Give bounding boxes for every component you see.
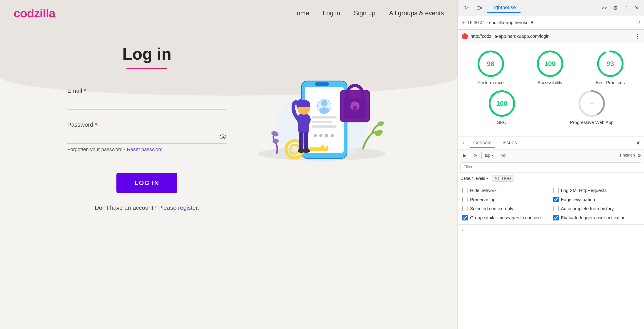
devtools-urlbar: + 🛡 <box>458 16 644 30</box>
title-underline <box>126 68 167 69</box>
svg-rect-6 <box>315 82 329 86</box>
email-input[interactable] <box>67 97 226 110</box>
svg-rect-37 <box>477 7 480 9</box>
devtools-more-options-icon[interactable]: ⋮ <box>622 4 630 13</box>
svg-point-33 <box>374 129 384 137</box>
tab-lighthouse[interactable]: Lighthouse <box>487 3 520 13</box>
pwa-label: Progressive Web App <box>570 120 614 125</box>
svg-point-32 <box>303 149 310 153</box>
setting-preserve-log: Preserve log <box>462 197 549 202</box>
nav-links: Home Log in Sign up All groups & events <box>292 10 444 17</box>
run-script-icon[interactable]: ▶ <box>460 151 469 159</box>
eager-eval-checkbox[interactable] <box>553 197 559 202</box>
url-input[interactable] <box>467 20 633 25</box>
devtools-pagebar: 🔴 http://codzilla-app.herokuapp.com/logi… <box>458 30 644 43</box>
devtools-settings-icon[interactable]: ⚙ <box>612 4 620 13</box>
svg-rect-30 <box>304 132 308 150</box>
preserve-log-checkbox[interactable] <box>462 197 468 202</box>
console-close-icon[interactable]: ✕ <box>636 140 640 146</box>
expand-console-icon[interactable]: › <box>462 227 463 232</box>
svg-point-50 <box>502 155 504 156</box>
console-header: ⋮ Console Issues ✕ <box>458 137 644 149</box>
seo-score: 100 <box>496 100 508 107</box>
svg-rect-5 <box>305 87 344 153</box>
password-group: Password * Forgotten your password? Rese… <box>67 121 226 152</box>
svg-rect-11 <box>312 121 332 123</box>
nav-login[interactable]: Log in <box>323 10 340 17</box>
console-expand-bar[interactable]: › <box>458 224 644 235</box>
svg-point-16 <box>331 134 334 137</box>
svg-rect-38 <box>480 7 482 9</box>
context-selector[interactable]: top <box>484 153 494 158</box>
performance-label: Performance <box>478 80 504 85</box>
console-settings-gear[interactable]: ⚙ <box>637 153 641 158</box>
console-panel: ⋮ Console Issues ✕ ▶ ⊘ top 1 hidden ⚙ <box>458 137 644 329</box>
login-illustration <box>254 63 390 177</box>
hide-network-checkbox[interactable] <box>462 188 468 193</box>
device-toggle-icon[interactable] <box>474 3 484 13</box>
page-url: http://codzilla-app.herokuapp.com/login <box>470 34 633 39</box>
group-similar-label: Group similar messages in console <box>470 215 541 220</box>
password-wrapper <box>67 131 226 144</box>
nav-signup[interactable]: Sign up <box>354 10 376 17</box>
devtools-close-icon[interactable]: ✕ <box>633 4 640 13</box>
forgot-password-text: Forgotten your password? Reset password <box>67 147 226 152</box>
email-label: Email * <box>67 87 226 94</box>
tab-issues[interactable]: Issues <box>499 138 521 148</box>
svg-rect-12 <box>312 125 337 128</box>
best-practices-circle: 93 <box>597 50 624 77</box>
svg-rect-20 <box>354 106 356 112</box>
preserve-log-label: Preserve log <box>470 197 496 202</box>
no-issues-badge: No Issues <box>492 175 514 182</box>
setting-autocomplete-history: Autocomplete from history <box>553 206 640 211</box>
clear-console-icon[interactable]: ⊘ <box>471 151 479 159</box>
svg-point-0 <box>220 135 226 139</box>
register-text: Don't have an account? Please register. <box>95 204 199 211</box>
score-seo: 100 SEO <box>488 90 516 125</box>
performance-score: 98 <box>487 60 494 68</box>
setting-eager-eval: Eager evaluation <box>553 197 640 202</box>
filter-input[interactable] <box>460 162 641 171</box>
nav-home[interactable]: Home <box>292 10 309 17</box>
setting-group-similar: Group similar messages in console <box>462 215 549 220</box>
lighthouse-scores-row2: 100 SEO – Progressive Web App <box>463 90 638 125</box>
main-content: Log in Email * Password * <box>0 26 458 211</box>
warning-icon: 🔴 <box>462 33 468 40</box>
setting-selected-context: Selected context only <box>462 206 549 211</box>
score-accessibility: 100 Accessibility <box>536 50 564 85</box>
lighthouse-scores: 98 Performance 100 Accessibility <box>463 50 638 85</box>
selected-context-label: Selected context only <box>470 206 513 211</box>
default-levels-selector[interactable]: Default levels ▾ <box>460 176 488 181</box>
clock-shield-icon: 🛡 <box>635 20 640 26</box>
reset-password-link[interactable]: Reset password <box>127 147 163 152</box>
live-expressions-icon[interactable] <box>499 151 507 159</box>
svg-point-15 <box>325 134 328 137</box>
logo: codzilla <box>14 6 55 20</box>
log-xmlhttp-checkbox[interactable] <box>553 188 559 193</box>
autocomplete-history-checkbox[interactable] <box>553 206 559 211</box>
more-tabs-btn[interactable]: >> <box>600 4 609 12</box>
nav-groups[interactable]: All groups & events <box>389 10 444 17</box>
lighthouse-section: 98 Performance 100 Accessibility <box>458 43 644 137</box>
eval-triggers-label: Evaluate triggers user activation <box>561 215 626 220</box>
score-pwa: – Progressive Web App <box>570 90 614 125</box>
eval-triggers-checkbox[interactable] <box>553 215 559 220</box>
selected-context-checkbox[interactable] <box>462 206 468 211</box>
new-tab-icon[interactable]: + <box>462 19 465 26</box>
register-link[interactable]: Please register <box>158 204 198 211</box>
toggle-password-icon[interactable] <box>219 133 226 142</box>
console-panel-dots[interactable]: ⋮ <box>462 140 466 146</box>
password-input[interactable] <box>67 131 226 144</box>
seo-circle: 100 <box>488 90 516 117</box>
login-button[interactable]: LOG IN <box>116 173 177 193</box>
svg-point-1 <box>222 136 224 138</box>
email-group: Email * <box>67 87 226 110</box>
tab-console[interactable]: Console <box>470 138 495 148</box>
login-form-container: Log in Email * Password * <box>67 45 226 211</box>
password-label: Password * <box>67 121 226 128</box>
inspect-icon[interactable] <box>462 3 472 13</box>
group-similar-checkbox[interactable] <box>462 215 468 220</box>
pwa-circle: – <box>578 90 605 117</box>
svg-point-14 <box>319 134 322 137</box>
pagebar-more-icon[interactable]: ⋮ <box>635 33 640 40</box>
